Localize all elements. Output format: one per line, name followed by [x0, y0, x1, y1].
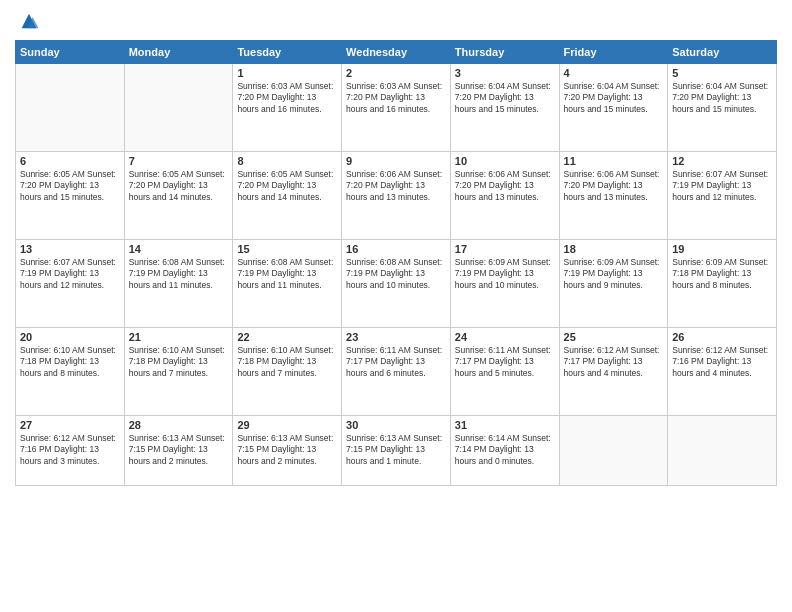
day-number: 1 — [237, 67, 337, 79]
calendar-cell: 16Sunrise: 6:08 AM Sunset: 7:19 PM Dayli… — [342, 240, 451, 328]
calendar-cell: 2Sunrise: 6:03 AM Sunset: 7:20 PM Daylig… — [342, 64, 451, 152]
day-info: Sunrise: 6:12 AM Sunset: 7:16 PM Dayligh… — [20, 433, 120, 467]
day-info: Sunrise: 6:09 AM Sunset: 7:19 PM Dayligh… — [564, 257, 664, 291]
day-number: 8 — [237, 155, 337, 167]
week-row-1: 1Sunrise: 6:03 AM Sunset: 7:20 PM Daylig… — [16, 64, 777, 152]
day-info: Sunrise: 6:06 AM Sunset: 7:20 PM Dayligh… — [346, 169, 446, 203]
day-info: Sunrise: 6:12 AM Sunset: 7:17 PM Dayligh… — [564, 345, 664, 379]
day-info: Sunrise: 6:08 AM Sunset: 7:19 PM Dayligh… — [237, 257, 337, 291]
header — [15, 10, 777, 32]
day-info: Sunrise: 6:10 AM Sunset: 7:18 PM Dayligh… — [237, 345, 337, 379]
calendar-cell: 9Sunrise: 6:06 AM Sunset: 7:20 PM Daylig… — [342, 152, 451, 240]
calendar-cell: 11Sunrise: 6:06 AM Sunset: 7:20 PM Dayli… — [559, 152, 668, 240]
day-info: Sunrise: 6:11 AM Sunset: 7:17 PM Dayligh… — [346, 345, 446, 379]
calendar-cell: 4Sunrise: 6:04 AM Sunset: 7:20 PM Daylig… — [559, 64, 668, 152]
day-info: Sunrise: 6:13 AM Sunset: 7:15 PM Dayligh… — [346, 433, 446, 467]
day-info: Sunrise: 6:04 AM Sunset: 7:20 PM Dayligh… — [455, 81, 555, 115]
day-number: 4 — [564, 67, 664, 79]
day-info: Sunrise: 6:14 AM Sunset: 7:14 PM Dayligh… — [455, 433, 555, 467]
day-info: Sunrise: 6:07 AM Sunset: 7:19 PM Dayligh… — [672, 169, 772, 203]
calendar-cell: 14Sunrise: 6:08 AM Sunset: 7:19 PM Dayli… — [124, 240, 233, 328]
day-number: 9 — [346, 155, 446, 167]
day-number: 23 — [346, 331, 446, 343]
calendar-cell: 22Sunrise: 6:10 AM Sunset: 7:18 PM Dayli… — [233, 328, 342, 416]
week-row-2: 6Sunrise: 6:05 AM Sunset: 7:20 PM Daylig… — [16, 152, 777, 240]
weekday-header-row: SundayMondayTuesdayWednesdayThursdayFrid… — [16, 41, 777, 64]
day-number: 22 — [237, 331, 337, 343]
calendar-cell: 12Sunrise: 6:07 AM Sunset: 7:19 PM Dayli… — [668, 152, 777, 240]
calendar-cell: 28Sunrise: 6:13 AM Sunset: 7:15 PM Dayli… — [124, 416, 233, 486]
day-number: 21 — [129, 331, 229, 343]
calendar-cell: 24Sunrise: 6:11 AM Sunset: 7:17 PM Dayli… — [450, 328, 559, 416]
day-info: Sunrise: 6:13 AM Sunset: 7:15 PM Dayligh… — [129, 433, 229, 467]
calendar: SundayMondayTuesdayWednesdayThursdayFrid… — [15, 40, 777, 486]
calendar-cell: 7Sunrise: 6:05 AM Sunset: 7:20 PM Daylig… — [124, 152, 233, 240]
calendar-cell: 1Sunrise: 6:03 AM Sunset: 7:20 PM Daylig… — [233, 64, 342, 152]
calendar-cell: 25Sunrise: 6:12 AM Sunset: 7:17 PM Dayli… — [559, 328, 668, 416]
weekday-header-sunday: Sunday — [16, 41, 125, 64]
calendar-cell: 17Sunrise: 6:09 AM Sunset: 7:19 PM Dayli… — [450, 240, 559, 328]
day-number: 28 — [129, 419, 229, 431]
logo — [15, 10, 40, 32]
day-info: Sunrise: 6:09 AM Sunset: 7:18 PM Dayligh… — [672, 257, 772, 291]
calendar-cell: 3Sunrise: 6:04 AM Sunset: 7:20 PM Daylig… — [450, 64, 559, 152]
calendar-cell: 31Sunrise: 6:14 AM Sunset: 7:14 PM Dayli… — [450, 416, 559, 486]
day-number: 6 — [20, 155, 120, 167]
day-number: 27 — [20, 419, 120, 431]
day-number: 12 — [672, 155, 772, 167]
calendar-cell: 10Sunrise: 6:06 AM Sunset: 7:20 PM Dayli… — [450, 152, 559, 240]
day-number: 24 — [455, 331, 555, 343]
calendar-cell — [16, 64, 125, 152]
day-number: 30 — [346, 419, 446, 431]
calendar-cell: 15Sunrise: 6:08 AM Sunset: 7:19 PM Dayli… — [233, 240, 342, 328]
day-number: 10 — [455, 155, 555, 167]
day-number: 25 — [564, 331, 664, 343]
weekday-header-friday: Friday — [559, 41, 668, 64]
day-number: 13 — [20, 243, 120, 255]
calendar-cell: 8Sunrise: 6:05 AM Sunset: 7:20 PM Daylig… — [233, 152, 342, 240]
calendar-cell — [124, 64, 233, 152]
calendar-cell — [559, 416, 668, 486]
day-number: 15 — [237, 243, 337, 255]
calendar-cell: 5Sunrise: 6:04 AM Sunset: 7:20 PM Daylig… — [668, 64, 777, 152]
calendar-cell: 13Sunrise: 6:07 AM Sunset: 7:19 PM Dayli… — [16, 240, 125, 328]
day-info: Sunrise: 6:09 AM Sunset: 7:19 PM Dayligh… — [455, 257, 555, 291]
day-number: 3 — [455, 67, 555, 79]
day-number: 11 — [564, 155, 664, 167]
day-info: Sunrise: 6:08 AM Sunset: 7:19 PM Dayligh… — [129, 257, 229, 291]
calendar-cell: 27Sunrise: 6:12 AM Sunset: 7:16 PM Dayli… — [16, 416, 125, 486]
day-number: 2 — [346, 67, 446, 79]
calendar-cell: 6Sunrise: 6:05 AM Sunset: 7:20 PM Daylig… — [16, 152, 125, 240]
logo-icon — [18, 10, 40, 32]
weekday-header-tuesday: Tuesday — [233, 41, 342, 64]
day-info: Sunrise: 6:04 AM Sunset: 7:20 PM Dayligh… — [672, 81, 772, 115]
calendar-cell: 20Sunrise: 6:10 AM Sunset: 7:18 PM Dayli… — [16, 328, 125, 416]
calendar-cell: 23Sunrise: 6:11 AM Sunset: 7:17 PM Dayli… — [342, 328, 451, 416]
weekday-header-wednesday: Wednesday — [342, 41, 451, 64]
calendar-cell: 30Sunrise: 6:13 AM Sunset: 7:15 PM Dayli… — [342, 416, 451, 486]
day-info: Sunrise: 6:10 AM Sunset: 7:18 PM Dayligh… — [129, 345, 229, 379]
day-number: 14 — [129, 243, 229, 255]
day-info: Sunrise: 6:11 AM Sunset: 7:17 PM Dayligh… — [455, 345, 555, 379]
day-info: Sunrise: 6:13 AM Sunset: 7:15 PM Dayligh… — [237, 433, 337, 467]
calendar-cell: 29Sunrise: 6:13 AM Sunset: 7:15 PM Dayli… — [233, 416, 342, 486]
weekday-header-saturday: Saturday — [668, 41, 777, 64]
day-number: 20 — [20, 331, 120, 343]
day-info: Sunrise: 6:06 AM Sunset: 7:20 PM Dayligh… — [564, 169, 664, 203]
weekday-header-thursday: Thursday — [450, 41, 559, 64]
day-info: Sunrise: 6:04 AM Sunset: 7:20 PM Dayligh… — [564, 81, 664, 115]
day-number: 31 — [455, 419, 555, 431]
week-row-5: 27Sunrise: 6:12 AM Sunset: 7:16 PM Dayli… — [16, 416, 777, 486]
day-number: 19 — [672, 243, 772, 255]
day-info: Sunrise: 6:07 AM Sunset: 7:19 PM Dayligh… — [20, 257, 120, 291]
day-number: 5 — [672, 67, 772, 79]
day-info: Sunrise: 6:03 AM Sunset: 7:20 PM Dayligh… — [237, 81, 337, 115]
calendar-cell: 26Sunrise: 6:12 AM Sunset: 7:16 PM Dayli… — [668, 328, 777, 416]
calendar-cell: 21Sunrise: 6:10 AM Sunset: 7:18 PM Dayli… — [124, 328, 233, 416]
day-info: Sunrise: 6:10 AM Sunset: 7:18 PM Dayligh… — [20, 345, 120, 379]
day-info: Sunrise: 6:05 AM Sunset: 7:20 PM Dayligh… — [237, 169, 337, 203]
day-number: 17 — [455, 243, 555, 255]
calendar-cell: 19Sunrise: 6:09 AM Sunset: 7:18 PM Dayli… — [668, 240, 777, 328]
week-row-4: 20Sunrise: 6:10 AM Sunset: 7:18 PM Dayli… — [16, 328, 777, 416]
calendar-cell: 18Sunrise: 6:09 AM Sunset: 7:19 PM Dayli… — [559, 240, 668, 328]
